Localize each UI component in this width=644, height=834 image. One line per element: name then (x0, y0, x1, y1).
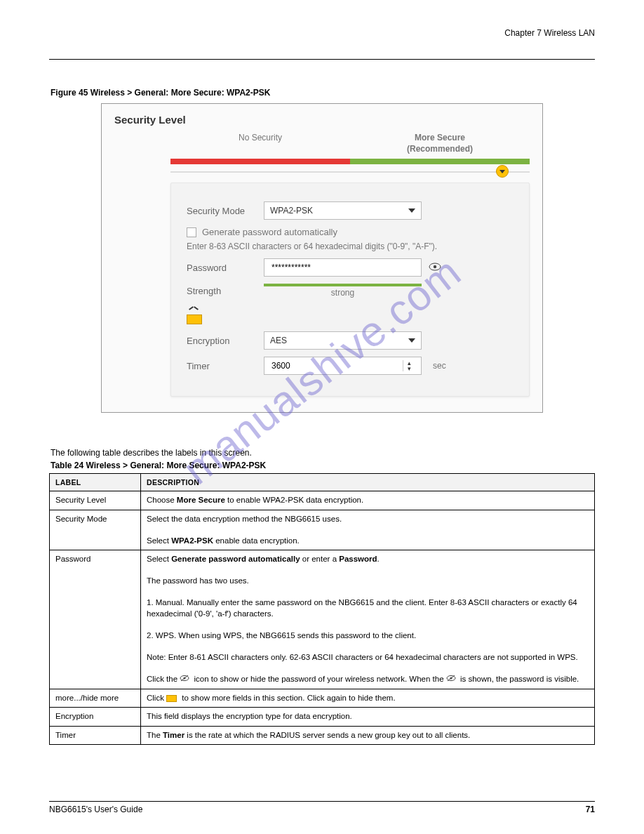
security-mode-select[interactable]: WPA2-PSK (264, 201, 422, 220)
footer-left: NBG6615's User's Guide (49, 805, 142, 814)
table-row: more.../hide more Click to show more fie… (50, 689, 595, 708)
timer-input[interactable]: ▴▾ (264, 357, 422, 375)
table-row: Encryption This field displays the encry… (50, 708, 595, 727)
table-intro: The following table describes the labels… (51, 448, 595, 458)
table-row: Security Level Choose More Secure to ena… (50, 491, 595, 510)
more-secure-label: More Secure (Recommended) (350, 133, 530, 154)
table-row: Password Select Generate password automa… (50, 550, 595, 689)
chapter-header: Chapter 7 Wireless LAN (49, 28, 595, 38)
table-row: Security Mode Select the data encryption… (50, 510, 595, 550)
strength-label: Strength (187, 286, 264, 296)
panel-title: Security Level (114, 114, 530, 126)
timer-unit: sec (433, 361, 446, 371)
eye-slash-icon (180, 674, 189, 685)
security-card: Security Mode WPA2-PSK Generate password… (170, 183, 530, 397)
stepper-icon[interactable]: ▴▾ (403, 360, 415, 371)
timer-label: Timer (187, 361, 264, 371)
table-row: Timer The Timer is the rate at which the… (50, 726, 595, 745)
page-number: 71 (586, 805, 595, 814)
chevron-down-icon (408, 208, 415, 213)
eye-icon[interactable] (429, 263, 441, 273)
generate-password-checkbox[interactable] (187, 227, 196, 237)
folder-icon (166, 695, 177, 702)
table-caption: Table 24 Wireless > General: More Secure… (51, 461, 595, 470)
figure-caption: Figure 45 Wireless > General: More Secur… (51, 88, 595, 98)
more-toggle[interactable] (187, 305, 514, 324)
th-label: LABEL (50, 474, 141, 491)
generate-password-label: Generate password automatically (202, 227, 337, 237)
eye-slash-icon (446, 674, 456, 685)
security-level-labels: No Security More Secure (Recommended) (170, 133, 530, 154)
th-desc: DESCRIPTION (141, 474, 595, 491)
strength-bar (264, 284, 422, 286)
security-panel: Security Level No Security More Secure (… (101, 103, 543, 413)
strength-value: strong (264, 288, 422, 298)
chevron-down-icon (408, 338, 415, 343)
chevron-up-icon (189, 305, 199, 310)
password-hint: Enter 8-63 ASCII characters or 64 hexade… (187, 241, 514, 251)
security-mode-label: Security Mode (187, 206, 264, 216)
description-table: LABEL DESCRIPTION Security Level Choose … (49, 473, 595, 745)
folder-icon (187, 315, 202, 324)
security-level-bar (170, 159, 530, 164)
security-level-slider[interactable] (170, 171, 530, 173)
slider-thumb[interactable] (496, 165, 509, 178)
password-input[interactable] (264, 258, 422, 277)
encryption-label: Encryption (187, 336, 264, 346)
no-security-label: No Security (170, 133, 350, 154)
encryption-select[interactable]: AES (264, 331, 422, 350)
svg-point-1 (434, 265, 436, 267)
password-label: Password (187, 263, 264, 273)
top-rule (49, 59, 595, 60)
bottom-rule (49, 801, 595, 802)
